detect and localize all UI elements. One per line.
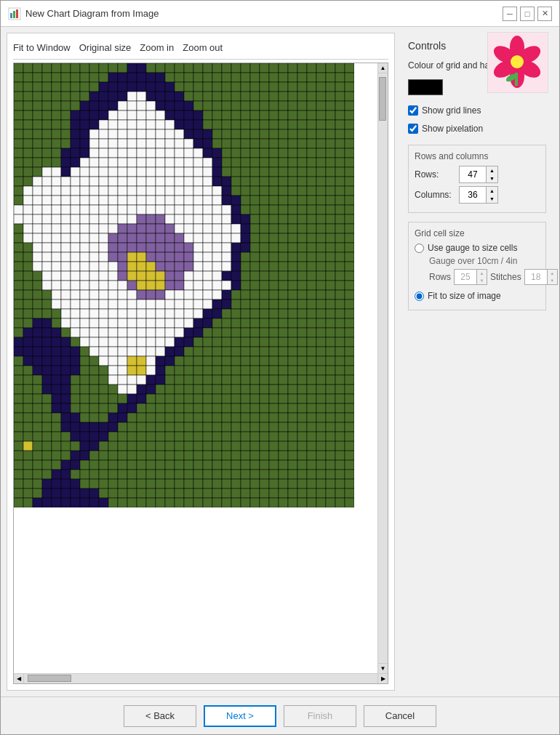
show-pixelation-row: Show pixelation [408,124,546,134]
right-panel: Controls Colour of grid and handles: Sho… [401,33,553,691]
scroll-right-button[interactable]: ▶ [377,674,388,683]
gauge-rows-label: Rows [429,272,451,282]
zoom-in-button[interactable]: Zoom in [140,42,174,53]
gauge-stitches-spinbox-btns: ▲ ▼ [547,270,557,284]
gauge-rows-input[interactable] [455,270,476,284]
next-button[interactable]: Next > [204,705,276,727]
canvas-scroll-area[interactable] [14,63,377,673]
show-grid-checkbox[interactable] [408,105,418,116]
vertical-scrollbar[interactable]: ▲ ▼ [377,63,388,673]
gauge-stitches-spinbox: ▲ ▼ [524,269,558,285]
cancel-button[interactable]: Cancel [364,705,436,727]
rows-up-button[interactable]: ▲ [486,166,497,174]
columns-spinbox: ▲ ▼ [459,186,498,204]
show-grid-label: Show grid lines [422,105,481,116]
scroll-thumb-h[interactable] [28,675,71,682]
rows-field-row: Rows: ▲ ▼ [415,166,540,183]
gauge-label: Gauge over 10cm / 4in [429,256,540,266]
horizontal-scrollbar[interactable]: ◀ ▶ [14,673,388,683]
original-size-button[interactable]: Original size [79,42,132,53]
gauge-stitches-up-button[interactable]: ▲ [547,270,557,277]
app-icon [8,7,21,20]
scroll-thumb-v[interactable] [379,77,386,121]
fit-to-image-radio[interactable] [415,292,424,301]
title-bar-left: New Chart Diagram from Image [8,7,159,20]
columns-input[interactable] [460,187,486,203]
svg-rect-2 [13,11,15,18]
minimize-button[interactable]: ─ [503,7,517,21]
close-button[interactable]: ✕ [537,7,552,21]
use-gauge-row: Use gauge to size cells [415,243,540,253]
gauge-stitches-input[interactable] [525,270,547,284]
grid-cell-size-section: Grid cell size Use gauge to size cells G… [408,222,546,310]
rows-label: Rows: [415,169,455,180]
columns-up-button[interactable]: ▲ [486,187,497,195]
svg-point-11 [511,55,524,68]
main-window: New Chart Diagram from Image ─ □ ✕ [0,0,560,735]
maximize-button[interactable]: □ [520,7,535,21]
svg-rect-1 [10,13,12,18]
color-swatch[interactable] [408,79,443,95]
fit-to-window-button[interactable]: Fit to Window [13,42,71,53]
rows-down-button[interactable]: ▼ [486,174,497,182]
use-gauge-radio[interactable] [415,244,424,253]
bottom-bar: < Back Next > Finish Cancel [1,696,559,734]
left-panel: Fit to Window Original size Zoom in Zoom… [7,33,395,691]
gauge-rows-down-button[interactable]: ▼ [476,277,487,284]
zoom-out-button[interactable]: Zoom out [183,42,223,53]
rows-columns-section: Rows and columns Rows: ▲ ▼ Columns: [408,145,546,213]
finish-button[interactable]: Finish [284,705,356,727]
window-title: New Chart Diagram from Image [25,8,159,19]
rows-columns-title: Rows and columns [415,151,540,161]
gauge-row: Rows ▲ ▼ Stitches ▲ ▼ [429,269,540,285]
rows-spinbox-btns: ▲ ▼ [486,166,497,182]
grid-cell-size-title: Grid cell size [415,228,540,238]
show-pixelation-label: Show pixelation [422,124,483,134]
scroll-track-h [24,674,377,683]
toolbar: Fit to Window Original size Zoom in Zoom… [13,39,388,60]
thumbnail [487,32,548,93]
gauge-rows-up-button[interactable]: ▲ [476,270,487,277]
rows-spinbox: ▲ ▼ [459,166,498,183]
scroll-left-button[interactable]: ◀ [14,674,24,683]
fit-to-image-label: Fit to size of image [428,291,501,301]
title-bar-buttons: ─ □ ✕ [503,7,552,21]
back-button[interactable]: < Back [124,705,196,727]
show-pixelation-checkbox[interactable] [408,124,418,134]
content-area: Fit to Window Original size Zoom in Zoom… [1,27,559,696]
thumbnail-image [488,33,546,91]
gauge-stitches-down-button[interactable]: ▼ [547,277,557,284]
columns-field-row: Columns: ▲ ▼ [415,186,540,204]
scroll-up-button[interactable]: ▲ [378,63,388,73]
gauge-rows-spinbox: ▲ ▼ [454,269,487,285]
title-bar: New Chart Diagram from Image ─ □ ✕ [1,1,559,27]
pixel-canvas[interactable] [14,63,354,507]
show-grid-row: Show grid lines [408,105,546,116]
columns-spinbox-btns: ▲ ▼ [486,187,497,203]
rows-input[interactable] [460,166,486,182]
gauge-rows-spinbox-btns: ▲ ▼ [476,270,487,284]
columns-label: Columns: [415,190,455,200]
scroll-track-v [378,73,388,663]
columns-down-button[interactable]: ▼ [486,195,497,203]
canvas-inner: ▲ ▼ [14,63,388,673]
stitches-label: Stitches [490,272,521,282]
fit-to-image-row: Fit to size of image [415,291,540,301]
svg-rect-3 [16,9,18,18]
scroll-down-button[interactable]: ▼ [378,663,388,673]
use-gauge-label: Use gauge to size cells [428,243,517,253]
canvas-wrapper: ▲ ▼ ◀ ▶ [13,63,388,684]
